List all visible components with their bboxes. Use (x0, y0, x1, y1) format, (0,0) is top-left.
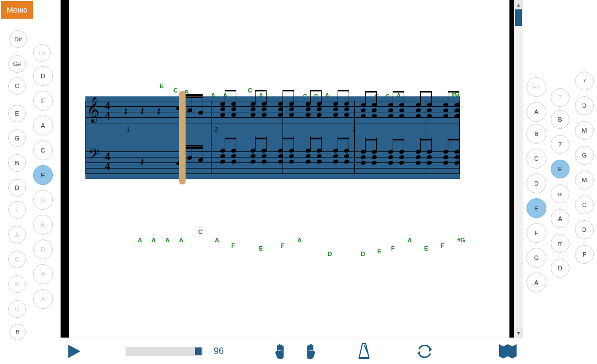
bayan-key-b[interactable]: B (33, 215, 53, 235)
bayan-chord-b[interactable]: B (551, 110, 569, 129)
bayan-chord-f[interactable]: F (575, 245, 594, 264)
bayan-key-f[interactable]: F (33, 264, 53, 284)
bayan-chord-d[interactable]: D (575, 96, 594, 115)
bayan-key-a[interactable]: A (8, 226, 26, 243)
bayan-key-g[interactable]: G (8, 129, 26, 147)
scroll-thumb[interactable] (515, 9, 522, 26)
bayan-key-c[interactable]: C (33, 140, 53, 160)
bayan-chord-a[interactable]: A (551, 209, 569, 228)
view-mode-button[interactable] (498, 343, 518, 360)
bayan-chord-fsharp[interactable]: F# (527, 77, 546, 97)
bayan-key-c[interactable]: C (8, 77, 26, 95)
bayan-key-dsharp[interactable]: D# (9, 30, 27, 48)
bayan-key-e[interactable]: E (8, 275, 26, 293)
score-area: ECBAACAGGAGGA#G 𝄞 𝄢 44 44 1 2 3 𝄽𝄽𝄽𝄽 (61, 0, 523, 338)
bayan-key-g[interactable]: G (8, 300, 26, 318)
menu-button[interactable]: Меню (1, 1, 33, 19)
volume-thumb[interactable] (195, 347, 202, 355)
bayan-chord-c[interactable]: C (575, 195, 594, 214)
bayan-chord-d[interactable]: D (575, 220, 594, 239)
note-stem (266, 137, 267, 152)
right-hand-button[interactable] (301, 343, 317, 360)
bayan-key-d[interactable]: D (33, 240, 53, 259)
left-hand-button[interactable] (273, 343, 290, 360)
bayan-chord-a[interactable]: A (527, 102, 546, 122)
bayan-chord-g[interactable]: G (575, 146, 594, 165)
loop-button[interactable] (416, 343, 433, 360)
bayan-key-d[interactable]: D (8, 179, 26, 197)
bayan-key-c[interactable]: C (8, 251, 26, 268)
note-stem (236, 137, 236, 152)
note-stem (203, 146, 203, 161)
bayan-chord-7[interactable]: 7 (575, 72, 594, 90)
treble-clef-icon: 𝄞 (86, 96, 100, 122)
bayan-chord-7[interactable]: 7 (551, 135, 569, 154)
note-stem (365, 91, 366, 106)
bayan-chord-d[interactable]: D (551, 259, 569, 278)
bayan-chord-7[interactable]: 7 (551, 88, 569, 107)
bayan-key-f[interactable]: F (33, 91, 53, 111)
bayan-key-gsharp[interactable]: G# (8, 55, 26, 73)
bayan-key-a[interactable]: A (33, 116, 53, 135)
bayan-key-a[interactable]: A (33, 289, 53, 309)
beam (365, 139, 376, 140)
bayan-key-f[interactable]: F (8, 201, 26, 219)
bayan-key-fsharp[interactable]: F# (33, 44, 51, 62)
note-stem (255, 90, 256, 105)
bayan-key-d[interactable]: D (33, 66, 53, 86)
note-stem (192, 96, 192, 112)
bayan-chord-g[interactable]: G (527, 248, 546, 268)
bayan-chord-b[interactable]: B (527, 124, 546, 144)
tempo-display[interactable]: 96 (214, 346, 224, 356)
beam (448, 139, 459, 140)
chord-label: A (215, 237, 219, 243)
bayan-key-e[interactable]: E (33, 165, 53, 185)
bayan-key-b[interactable]: B (8, 154, 26, 172)
beam (283, 138, 294, 139)
bayan-key-g[interactable]: G (33, 190, 53, 210)
svg-marker-0 (68, 345, 80, 358)
bayan-chord-e[interactable]: E (551, 160, 569, 178)
measure-number: 3 (352, 127, 356, 133)
beam (225, 90, 236, 91)
chord-label: C (198, 229, 203, 235)
chord-label: E (259, 245, 263, 252)
note-stem (283, 90, 283, 105)
note-stem (393, 91, 393, 106)
bayan-chord-d[interactable]: D (527, 173, 546, 193)
barline (85, 101, 86, 173)
bayan-key-b[interactable]: B (9, 324, 26, 340)
note-stem (236, 90, 236, 105)
bayan-key-e[interactable]: E (8, 105, 26, 122)
bayan-chord-c[interactable]: C (527, 149, 546, 169)
note-stem (404, 138, 404, 153)
right-bayan-panel: F#77ADBBM7CGEDMmECAFDmGFDA (520, 66, 597, 303)
score-canvas[interactable]: ECBAACAGGAGGA#G 𝄞 𝄢 44 44 1 2 3 𝄽𝄽𝄽𝄽 (69, 0, 509, 338)
bayan-chord-m[interactable]: m (551, 184, 569, 203)
beam (225, 138, 236, 139)
note-stem (225, 90, 225, 105)
note-stem (338, 90, 338, 105)
bayan-chord-m[interactable]: M (575, 171, 594, 189)
volume-slider[interactable] (126, 347, 203, 356)
note-stem (448, 91, 448, 106)
playhead[interactable] (179, 91, 186, 184)
bayan-chord-m[interactable]: m (551, 234, 569, 253)
chord-label: E (160, 83, 164, 89)
scroll-down-icon[interactable]: ▾ (514, 328, 523, 338)
time-signature-bass: 44 (105, 151, 110, 171)
chord-label: C (248, 87, 252, 94)
note-stem (310, 90, 311, 105)
chord-row-2: AAAACAFEFADDEFAEF#G (85, 226, 460, 253)
bayan-chord-f[interactable]: F (527, 223, 546, 243)
bass-clef-icon: 𝄢 (88, 146, 100, 166)
bayan-chord-e[interactable]: E (527, 198, 546, 218)
note-stem (376, 138, 377, 153)
metronome-button[interactable] (356, 343, 372, 360)
bayan-chord-m[interactable]: M (575, 121, 594, 140)
play-button[interactable] (66, 344, 82, 359)
bayan-chord-a[interactable]: A (527, 273, 546, 292)
scroll-up-icon[interactable]: ▴ (514, 0, 523, 9)
note-stem (459, 91, 459, 106)
beam (338, 138, 349, 139)
